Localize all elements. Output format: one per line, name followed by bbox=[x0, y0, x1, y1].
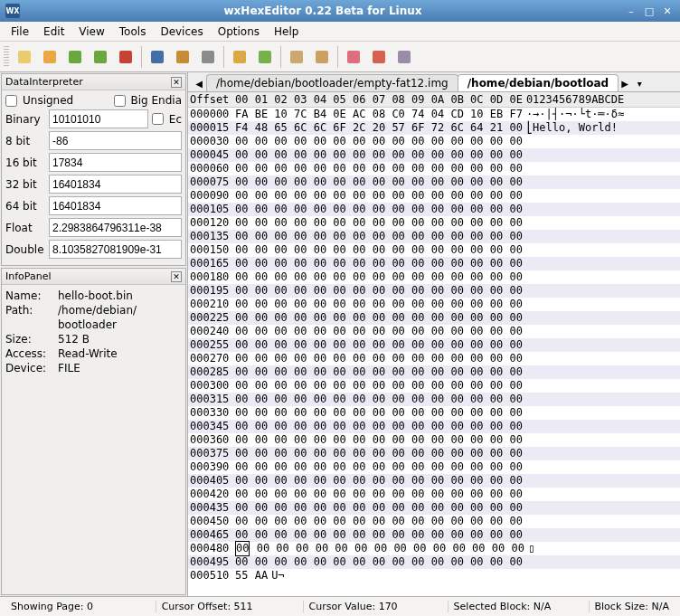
hex-ascii[interactable] bbox=[523, 365, 526, 379]
hex-row[interactable]: 00040500 00 00 00 00 00 00 00 00 00 00 0… bbox=[188, 474, 680, 488]
maximize-button[interactable]: □ bbox=[642, 5, 656, 17]
toolbar-grip[interactable] bbox=[4, 46, 9, 68]
hex-bytes[interactable]: 00 00 00 00 00 00 00 00 00 00 00 00 00 0… bbox=[235, 406, 523, 420]
hex-row[interactable]: 00021000 00 00 00 00 00 00 00 00 00 00 0… bbox=[188, 298, 680, 311]
hex-ascii[interactable]: U¬ bbox=[268, 569, 284, 583]
menu-help[interactable]: Help bbox=[267, 24, 306, 40]
hex-row[interactable]: 000000FA BE 10 7C B4 0E AC 08 C0 74 04 C… bbox=[188, 108, 680, 121]
hex-row[interactable]: 00027000 00 00 00 00 00 00 00 00 00 00 0… bbox=[188, 352, 680, 365]
menu-options[interactable]: Options bbox=[211, 24, 267, 40]
hex-row[interactable]: 00004500 00 00 00 00 00 00 00 00 00 00 0… bbox=[188, 148, 680, 162]
tab-nav-left-icon[interactable]: ◀ bbox=[192, 75, 206, 91]
hex-row[interactable]: 00025500 00 00 00 00 00 00 00 00 00 00 0… bbox=[188, 338, 680, 352]
hex-bytes[interactable]: 55 AA bbox=[235, 569, 268, 583]
cut-icon[interactable] bbox=[342, 45, 365, 69]
hex-ascii[interactable] bbox=[523, 474, 526, 488]
hex-row[interactable]: 00012000 00 00 00 00 00 00 00 00 00 00 0… bbox=[188, 216, 680, 230]
hex-bytes[interactable]: 00 00 00 00 00 00 00 00 00 00 00 00 00 0… bbox=[235, 474, 523, 488]
hex-ascii[interactable] bbox=[523, 162, 526, 175]
menu-tools[interactable]: Tools bbox=[112, 24, 154, 40]
hex-ascii[interactable] bbox=[523, 406, 526, 420]
hex-row[interactable]: 00009000 00 00 00 00 00 00 00 00 00 00 0… bbox=[188, 189, 680, 203]
panel-close-icon[interactable]: ✕ bbox=[171, 77, 182, 88]
hex-row[interactable]: 00007500 00 00 00 00 00 00 00 00 00 00 0… bbox=[188, 175, 680, 189]
tab-inactive[interactable]: /home/debian/bootloader/empty-fat12.img bbox=[206, 74, 458, 91]
save-as-icon[interactable] bbox=[89, 45, 112, 69]
tab-nav-right-icon[interactable]: ▶ bbox=[618, 75, 632, 91]
hex-bytes[interactable]: 00 00 00 00 00 00 00 00 00 00 00 00 00 0… bbox=[235, 393, 523, 406]
hex-bytes[interactable]: 00 00 00 00 00 00 00 00 00 00 00 00 00 0… bbox=[235, 203, 523, 216]
hex-ascii[interactable] bbox=[523, 420, 526, 433]
hex-bytes[interactable]: 00 00 00 00 00 00 00 00 00 00 00 00 00 0… bbox=[235, 162, 523, 175]
hex-row[interactable]: 00033000 00 00 00 00 00 00 00 00 00 00 0… bbox=[188, 406, 680, 420]
hex-ascii[interactable] bbox=[523, 270, 526, 284]
close-button[interactable]: ✕ bbox=[660, 5, 675, 17]
redo-icon[interactable] bbox=[253, 45, 277, 69]
hex-view[interactable]: 000000FA BE 10 7C B4 0E AC 08 C0 74 04 C… bbox=[188, 108, 680, 596]
di-input-64-bit[interactable] bbox=[49, 196, 182, 215]
hex-bytes[interactable]: 00 00 00 00 00 00 00 00 00 00 00 00 00 0… bbox=[235, 298, 523, 311]
hex-bytes[interactable]: 00 00 00 00 00 00 00 00 00 00 00 00 00 0… bbox=[235, 379, 523, 393]
hex-ascii[interactable] bbox=[523, 135, 526, 148]
hex-bytes[interactable]: 00 00 00 00 00 00 00 00 00 00 00 00 00 0… bbox=[235, 420, 523, 433]
hex-bytes[interactable]: 00 00 00 00 00 00 00 00 00 00 00 00 00 0… bbox=[235, 325, 523, 338]
hex-bytes[interactable]: 00 00 00 00 00 00 00 00 00 00 00 00 00 0… bbox=[235, 555, 523, 569]
hex-bytes[interactable]: 00 00 00 00 00 00 00 00 00 00 00 00 00 0… bbox=[235, 270, 523, 284]
hex-row[interactable]: 00043500 00 00 00 00 00 00 00 00 00 00 0… bbox=[188, 501, 680, 515]
di-input-16-bit[interactable] bbox=[49, 153, 182, 172]
hex-ascii[interactable] bbox=[523, 216, 526, 230]
hex-ascii[interactable] bbox=[523, 352, 526, 365]
hex-row[interactable]: 00010500 00 00 00 00 00 00 00 00 00 00 0… bbox=[188, 203, 680, 216]
hex-row[interactable]: 00042000 00 00 00 00 00 00 00 00 00 00 0… bbox=[188, 488, 680, 501]
hex-ascii[interactable] bbox=[523, 555, 526, 569]
tab-menu-icon[interactable]: ▾ bbox=[632, 75, 647, 91]
hex-row[interactable]: 00028500 00 00 00 00 00 00 00 00 00 00 0… bbox=[188, 365, 680, 379]
panel-close-icon[interactable]: ✕ bbox=[171, 271, 182, 282]
edit-checkbox[interactable] bbox=[152, 113, 164, 125]
hex-row[interactable]: 00006000 00 00 00 00 00 00 00 00 00 00 0… bbox=[188, 162, 680, 175]
hex-row[interactable]: 00024000 00 00 00 00 00 00 00 00 00 00 0… bbox=[188, 325, 680, 338]
hex-ascii[interactable] bbox=[523, 311, 526, 325]
hex-bytes[interactable]: 00 00 00 00 00 00 00 00 00 00 00 00 00 0… bbox=[235, 189, 523, 203]
hex-ascii[interactable] bbox=[523, 203, 526, 216]
hex-bytes[interactable]: 00 00 00 00 00 00 00 00 00 00 00 00 00 0… bbox=[235, 175, 523, 189]
hex-ascii[interactable] bbox=[523, 148, 526, 162]
hex-row[interactable]: 00003000 00 00 00 00 00 00 00 00 00 00 0… bbox=[188, 135, 680, 148]
minimize-button[interactable]: – bbox=[624, 5, 638, 17]
new-file-icon[interactable] bbox=[13, 45, 36, 69]
hex-bytes[interactable]: 00 00 00 00 00 00 00 00 00 00 00 00 00 0… bbox=[235, 257, 523, 270]
hex-row[interactable]: 00036000 00 00 00 00 00 00 00 00 00 00 0… bbox=[188, 433, 680, 447]
record-icon[interactable] bbox=[114, 45, 137, 69]
hex-row[interactable]: 00016500 00 00 00 00 00 00 00 00 00 00 0… bbox=[188, 257, 680, 270]
hex-ascii[interactable] bbox=[523, 460, 526, 474]
hex-row[interactable]: 00051055 AAU¬ bbox=[188, 569, 680, 583]
hex-ascii[interactable] bbox=[523, 447, 526, 460]
undo-icon[interactable] bbox=[228, 45, 251, 69]
hex-ascii[interactable] bbox=[523, 243, 526, 257]
hex-ascii[interactable] bbox=[523, 379, 526, 393]
hex-bytes[interactable]: 00 00 00 00 00 00 00 00 00 00 00 00 00 0… bbox=[235, 311, 523, 325]
find-replace-icon[interactable] bbox=[171, 45, 194, 69]
di-input-32-bit[interactable] bbox=[49, 175, 182, 194]
di-input-double[interactable] bbox=[49, 240, 182, 259]
hex-bytes[interactable]: 00 00 00 00 00 00 00 00 00 00 00 00 00 0… bbox=[235, 135, 523, 148]
hex-ascii[interactable] bbox=[523, 393, 526, 406]
binary-input[interactable] bbox=[49, 109, 148, 128]
delete-icon[interactable] bbox=[367, 45, 391, 69]
hex-ascii[interactable] bbox=[523, 515, 526, 528]
hex-bytes[interactable]: 00 00 00 00 00 00 00 00 00 00 00 00 00 0… bbox=[235, 447, 523, 460]
hex-row[interactable]: 00046500 00 00 00 00 00 00 00 00 00 00 0… bbox=[188, 528, 680, 542]
hex-row[interactable]: 00048000 00 00 00 00 00 00 00 00 00 00 0… bbox=[188, 542, 680, 555]
menu-view[interactable]: View bbox=[71, 24, 111, 40]
hex-ascii[interactable] bbox=[523, 175, 526, 189]
hex-bytes[interactable]: 00 00 00 00 00 00 00 00 00 00 00 00 00 0… bbox=[235, 338, 523, 352]
hex-row[interactable]: 00022500 00 00 00 00 00 00 00 00 00 00 0… bbox=[188, 311, 680, 325]
hex-row[interactable]: 000015F4 48 65 6C 6C 6F 2C 20 57 6F 72 6… bbox=[188, 121, 680, 135]
hex-row[interactable]: 00031500 00 00 00 00 00 00 00 00 00 00 0… bbox=[188, 393, 680, 406]
hex-bytes[interactable]: 00 00 00 00 00 00 00 00 00 00 00 00 00 0… bbox=[235, 230, 523, 243]
unsigned-checkbox[interactable] bbox=[5, 95, 17, 107]
hex-ascii[interactable] bbox=[523, 298, 526, 311]
hex-bytes[interactable]: 00 00 00 00 00 00 00 00 00 00 00 00 00 0… bbox=[235, 460, 523, 474]
hex-row[interactable]: 00018000 00 00 00 00 00 00 00 00 00 00 0… bbox=[188, 270, 680, 284]
di-input-float[interactable] bbox=[49, 218, 182, 237]
